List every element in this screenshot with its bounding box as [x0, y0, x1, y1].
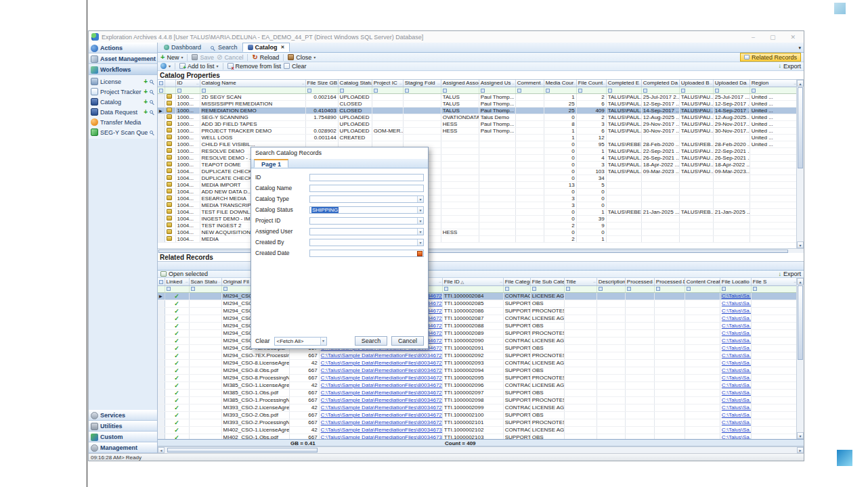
filter-cell[interactable] — [503, 285, 530, 292]
file-id-cell[interactable]: TTI.1000002092 — [442, 352, 503, 359]
calendar-icon[interactable] — [417, 251, 422, 256]
table-row[interactable]: ✓MI393_CSO-2.LicenseAgre...42C:\Talus\Sa… — [158, 404, 798, 411]
column-header-region[interactable]: Region◦◦ — [750, 80, 797, 87]
column-header-project-ic[interactable]: Project IC◦◦ — [372, 80, 403, 87]
file-category-cell[interactable]: SUPPORT — [503, 307, 530, 315]
cell[interactable] — [654, 329, 685, 337]
cell[interactable] — [515, 135, 544, 141]
column-header-processed-e[interactable]: Processed E◦◦ — [625, 278, 654, 285]
cell[interactable] — [750, 175, 797, 182]
cell[interactable] — [515, 189, 544, 195]
cell[interactable]: 0 — [544, 162, 576, 168]
cell[interactable] — [750, 168, 797, 175]
file-path-cell[interactable]: C:\Talus\Sample Data\RemediationFiles\80… — [319, 396, 442, 404]
cell[interactable]: 95 — [576, 141, 606, 148]
cell[interactable]: 1004... — [175, 223, 200, 229]
cell[interactable] — [750, 216, 797, 223]
cell[interactable]: United ... — [750, 135, 797, 141]
sidebar-item-data-request[interactable]: Data Request+ — [89, 107, 157, 117]
cell[interactable] — [654, 300, 685, 307]
filter-cell[interactable] — [165, 87, 175, 94]
file-category-cell[interactable]: SUPPORT — [503, 389, 530, 396]
filter-cell[interactable] — [403, 87, 441, 94]
file-path-cell[interactable]: C:\Talus\Sample Data\RemediationFiles\80… — [319, 426, 442, 434]
cell[interactable]: 2 — [576, 94, 606, 101]
original-file-cell[interactable]: MI393_CSO-2.Obs.pdf — [221, 411, 289, 419]
sort-filter-icons[interactable]: ◦◦ — [368, 82, 371, 86]
cell[interactable]: HESS — [441, 229, 479, 236]
file-subcategory-cell[interactable]: PROCNOTES — [530, 396, 564, 404]
sort-filter-icons[interactable]: ◦◦ — [439, 280, 441, 284]
cell[interactable] — [596, 374, 625, 381]
scan-status-cell[interactable] — [189, 411, 221, 419]
filter-cell[interactable] — [200, 87, 305, 94]
file-location-link[interactable]: C:\Talus\Sa... — [722, 427, 752, 433]
cell[interactable] — [441, 182, 479, 189]
cell[interactable] — [625, 292, 654, 300]
linked-cell[interactable]: ✓ — [165, 329, 189, 337]
cell[interactable] — [625, 411, 654, 419]
catalog-name-input[interactable] — [309, 185, 424, 192]
sort-filter-icons[interactable]: ◦◦ — [186, 280, 188, 284]
table-row[interactable]: ✓MI402_CSO-1.Obs.pdf667C:\Talus\Sample D… — [158, 434, 798, 439]
cell[interactable]: United ... — [750, 114, 797, 121]
dialog-cancel-button[interactable]: Cancel — [391, 336, 424, 346]
cell[interactable]: 409 — [576, 108, 606, 114]
cell[interactable] — [679, 195, 713, 202]
column-header-completed-e[interactable]: Completed E◦◦ — [606, 80, 641, 87]
file-path-cell[interactable]: C:\Talus\Sample Data\RemediationFiles\80… — [319, 381, 442, 389]
scan-status-cell[interactable] — [189, 315, 221, 322]
cell[interactable]: CLOSED — [338, 108, 372, 114]
search-icon[interactable] — [150, 100, 153, 103]
cell[interactable]: 0 — [544, 209, 576, 216]
cell[interactable] — [596, 434, 625, 439]
file-subcategory-cell[interactable]: OBS — [530, 344, 564, 352]
cell[interactable] — [751, 381, 797, 389]
cell[interactable]: 26-Sep-2021 ... — [641, 155, 679, 162]
cell[interactable]: Paul Thomp... — [479, 94, 515, 101]
cell[interactable] — [654, 307, 685, 315]
catalog-header-selector[interactable] — [158, 80, 165, 87]
cell[interactable]: 39 — [576, 216, 606, 223]
cell[interactable]: 1000... — [175, 121, 200, 128]
cell[interactable] — [479, 162, 515, 168]
sort-filter-icons[interactable]: ◦◦ — [638, 82, 641, 86]
file-id-cell[interactable]: TTI.1000002103 — [442, 434, 503, 439]
file-subcategory-cell[interactable]: LICENSE AGR... — [530, 292, 564, 300]
scan-status-cell[interactable] — [189, 396, 221, 404]
cell[interactable]: Paul Thomp... — [479, 128, 515, 135]
cell[interactable] — [441, 223, 479, 229]
filter-icon[interactable] — [578, 89, 582, 93]
sidebar-item-catalog[interactable]: Catalog+ — [89, 97, 157, 107]
created-by-input[interactable]: ▾ — [309, 239, 424, 246]
filter-cell[interactable] — [515, 87, 544, 94]
cell[interactable] — [625, 374, 654, 381]
cell[interactable]: 0 — [544, 155, 576, 162]
cell[interactable] — [596, 426, 625, 434]
file-path-link[interactable]: C:\Talus\Sample Data\RemediationFiles\80… — [321, 382, 443, 388]
sort-filter-icons[interactable]: ◦◦ — [622, 280, 624, 284]
filter-cell[interactable] — [530, 285, 564, 292]
original-file-cell[interactable]: MI294_CSO-8.LicenseAgre... — [221, 359, 289, 367]
cell[interactable]: TALUS\PAU... — [679, 168, 713, 175]
cell[interactable]: United ... — [750, 128, 797, 135]
scan-status-cell[interactable] — [189, 404, 221, 411]
cell[interactable] — [403, 101, 441, 108]
cell[interactable] — [564, 344, 596, 352]
cell[interactable]: United ... — [750, 101, 797, 108]
linked-cell[interactable]: ✓ — [165, 434, 189, 439]
cell[interactable] — [403, 135, 441, 141]
cell[interactable] — [606, 216, 641, 223]
table-row[interactable]: 1000...PROJECT TRACKER DEMO0.028902UPLOA… — [158, 128, 798, 135]
file-location-cell[interactable]: C:\Talus\Sa... — [720, 396, 751, 404]
reload-button[interactable]: ↻ Reload — [252, 54, 279, 61]
file-subcategory-cell[interactable]: PROCNOTES — [530, 329, 564, 337]
cell[interactable]: 1004... — [175, 236, 200, 243]
filter-cell[interactable] — [158, 285, 165, 292]
file-category-cell[interactable]: SUPPORT — [503, 329, 530, 337]
cell[interactable] — [403, 121, 441, 128]
scan-status-cell[interactable] — [189, 381, 221, 389]
file-location-cell[interactable]: C:\Talus\Sa... — [720, 307, 751, 315]
cell[interactable]: 09-Mar-2023 ... — [641, 168, 679, 175]
sort-filter-icons[interactable]: ◦◦ — [746, 82, 749, 86]
